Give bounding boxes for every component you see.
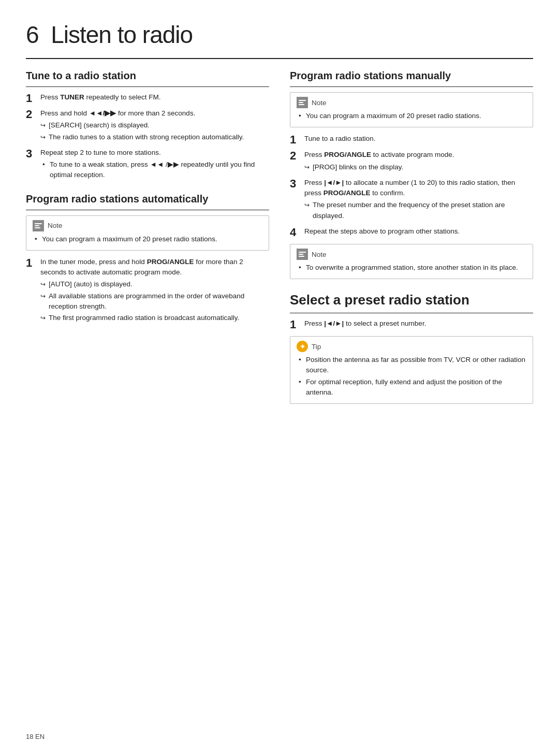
tune-step-3-bullets: To tune to a weak station, press ◄◄ /▶▶ … xyxy=(42,159,269,181)
select-steps: 1 Press |◄/►| to select a preset number. xyxy=(290,318,533,331)
tune-step-3: 3 Repeat step 2 to tune to more stations… xyxy=(26,148,269,182)
program-manual-step-1: 1 Tune to a radio station. xyxy=(290,134,533,146)
select-step-1: 1 Press |◄/►| to select a preset number. xyxy=(290,318,533,331)
note-icon xyxy=(297,97,308,108)
program-auto-step-1: 1 In the tuner mode, press and hold PROG… xyxy=(26,257,269,325)
tune-section: Tune to a radio station 1 Press TUNER re… xyxy=(26,69,269,182)
program-manual-section: Program radio stations manually Note You… xyxy=(290,69,533,279)
tip-icon: ✦ xyxy=(297,341,308,352)
note-icon xyxy=(297,249,308,260)
tune-step-2: 2 Press and hold ◄◄/▶▶ for more than 2 s… xyxy=(26,108,269,144)
program-auto-heading: Program radio stations automatically xyxy=(26,193,269,206)
program-auto-section: Program radio stations automatically Not… xyxy=(26,193,269,325)
program-manual-steps: 1 Tune to a radio station. 2 Press PROG/… xyxy=(290,134,533,239)
select-tip: ✦ Tip Position the antenna as far as pos… xyxy=(290,336,533,404)
program-auto-steps: 1 In the tuner mode, press and hold PROG… xyxy=(26,257,269,325)
program-manual-heading: Program radio stations manually xyxy=(290,69,533,82)
tune-steps: 1 Press TUNER repeatedly to select FM. 2… xyxy=(26,92,269,182)
page-title: 6 Listen to radio xyxy=(26,21,533,49)
program-auto-note: Note You can program a maximum of 20 pre… xyxy=(26,215,269,251)
page-footer: 18 EN xyxy=(26,733,45,740)
tune-section-heading: Tune to a radio station xyxy=(26,69,269,82)
tune-step-1: 1 Press TUNER repeatedly to select FM. xyxy=(26,92,269,105)
tune-step-2-subs: [SEARCH] (search) is displayed. The radi… xyxy=(40,120,269,142)
program-manual-step-4: 4 Repeat the steps above to program othe… xyxy=(290,226,533,239)
program-manual-note1: Note You can program a maximum of 20 pre… xyxy=(290,92,533,127)
select-section-heading: Select a preset radio station xyxy=(290,292,533,309)
program-manual-note2: Note To overwrite a programmed station, … xyxy=(290,244,533,279)
note-icon xyxy=(33,220,44,231)
program-manual-step-2: 2 Press PROG/ANGLE to activate program m… xyxy=(290,150,533,174)
select-section: Select a preset radio station 1 Press |◄… xyxy=(290,292,533,404)
program-manual-step-3: 3 Press |◄/►| to allocate a number (1 to… xyxy=(290,178,533,223)
